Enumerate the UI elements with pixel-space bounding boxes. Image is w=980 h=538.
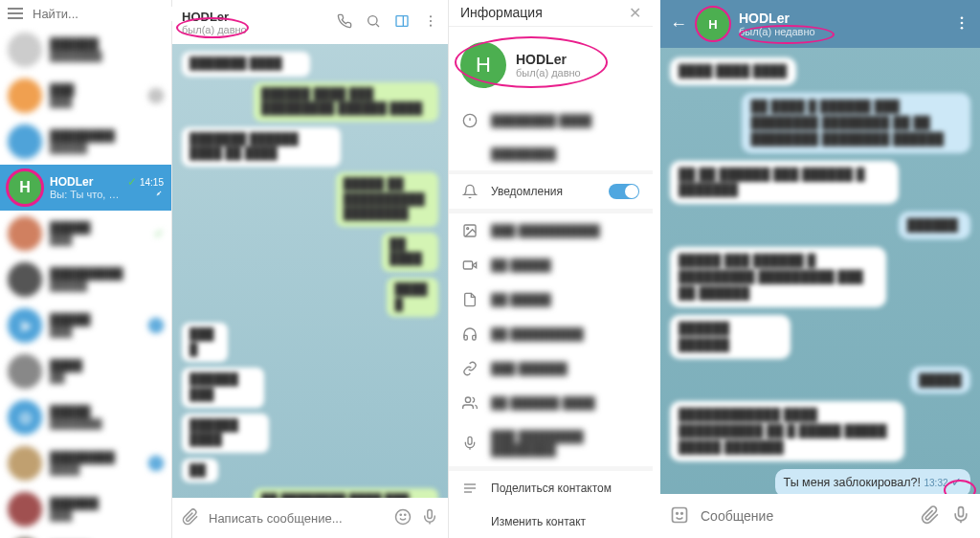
conversation-panel: HODLer был(а) давно ███████ ████ ██████ … [172,0,448,538]
svg-rect-22 [673,507,687,522]
chat-item[interactable]: ████████████• [0,440,171,486]
info-media-files[interactable]: ██ █████ [449,282,653,317]
more-icon[interactable] [423,13,438,32]
chat-item[interactable]: ⊙████████████ [0,394,171,440]
info-title: Информация [460,5,543,20]
message-out[interactable]: █████ [387,278,438,317]
emoji-icon[interactable] [394,508,412,528]
message-out[interactable]: ██ ████████ ████ ███ ██████ ███████ ██ █… [254,488,438,498]
messages: ███████ ████ ██████ ████ ███ █████████ █… [172,44,448,498]
info-media-links[interactable]: ███ ██████ [449,351,653,386]
mobile-message-in[interactable]: ██ ██ ██████ ███ ██████ █ ███████ [670,161,899,205]
info-edit-contact[interactable]: Изменить контакт [449,505,653,538]
svg-rect-15 [468,437,472,445]
call-icon[interactable] [337,13,352,32]
svg-point-19 [961,16,964,19]
info-label: Уведомления [491,185,563,198]
svg-rect-25 [959,506,964,516]
chat-item[interactable]: █████████████ [0,119,171,165]
message-in[interactable]: ███████ ██████ ████ ██ ████ [182,127,341,167]
mobile-avatar[interactable]: H [697,8,729,40]
chat-item[interactable]: ██████████████ [0,257,171,303]
chat-item[interactable]: ➤████████• [0,303,171,348]
info-profile[interactable]: H HODLer был(а) давно [449,27,653,103]
mobile-composer [660,494,980,538]
chat-item[interactable]: ██████ [0,348,171,394]
header-name: HODLer [182,10,331,24]
chat-body: HODLer Вы: Ты что, заблокиров... [50,175,120,200]
svg-point-24 [681,512,683,514]
message-out[interactable]: █████ ██ ██████████ ████████ [336,172,438,227]
mobile-message-out[interactable]: ██████ [899,212,970,239]
avatar: H [8,170,42,205]
info-username[interactable]: ████████ [449,138,653,170]
conversation-header: HODLer был(а) давно [172,0,448,44]
message-in[interactable]: ██████ ████ [182,414,269,453]
mic-icon[interactable] [421,508,438,528]
info-notifications[interactable]: Уведомления [449,174,653,209]
svg-point-23 [677,512,679,514]
svg-point-6 [396,509,411,524]
message-text: Ты меня заблокировал?! [784,476,921,489]
info-share-contact[interactable]: Поделиться контактом [449,471,653,505]
info-media-videos[interactable]: ██ █████ [449,248,653,282]
mobile-message-in[interactable]: ████████████ ████ ██████████ ██ █ █████ … [670,401,904,461]
back-icon[interactable]: ← [670,14,687,34]
chat-item-selected[interactable]: H HODLer Вы: Ты что, заблокиров... ✓ 14:… [0,165,171,211]
search-input[interactable] [33,7,193,21]
mic-icon[interactable] [951,505,970,527]
message-in[interactable]: ██ [182,459,218,483]
info-phone[interactable]: ████████ ████ [449,103,653,138]
search-icon[interactable] [366,13,381,32]
mobile-header: ← H HODLer был(а) недавно [660,0,980,48]
info-media-voice[interactable]: ███ ████████ ████████ [449,420,653,466]
toggle[interactable] [609,184,639,199]
chat-preview: Вы: Ты что, заблокиров... [50,189,120,200]
info-media-groups[interactable]: ██ ██████ ████ [449,386,653,420]
message-in[interactable]: ████ [182,323,228,362]
info-header: Информация ✕ [449,0,653,27]
more-icon[interactable] [953,14,970,34]
chat-item[interactable]: ████████✓ [0,211,171,257]
chat-time: 14:15 [140,177,164,188]
attach-icon[interactable] [182,508,199,528]
header-actions [337,13,438,32]
mobile-status: был(а) недавно [739,26,944,37]
info-avatar: H [460,42,506,88]
sidebar-icon[interactable] [394,13,410,32]
header-title-block[interactable]: HODLer был(а) давно [182,10,331,35]
mobile-message-in[interactable]: █████ ███ ██████ █ █████████ █████████ █… [670,247,886,307]
message-in[interactable]: ██████ ███ [182,368,264,407]
mobile-message-out[interactable]: █████ [910,367,970,394]
chat-item[interactable]: █████████████ [0,27,171,73]
sticker-icon[interactable] [670,505,689,527]
svg-point-12 [467,228,469,230]
mobile-message-out-last[interactable]: Ты меня заблокировал?! 13:32 ✓ [775,469,970,494]
chat-item[interactable]: ███████• [0,532,171,538]
mobile-message-in[interactable]: ██████ ██████ [670,315,791,359]
svg-rect-1 [396,15,408,26]
close-icon[interactable]: ✕ [629,4,641,22]
info-status: был(а) давно [516,67,581,78]
mobile-message-input[interactable] [701,508,909,524]
info-media-photos[interactable]: ███ ██████████ [449,213,653,248]
chatlist-panel: █████████████ ██████1 █████████████ H HO… [0,0,172,538]
mobile-message-in[interactable]: ████ ████ ████ [670,57,796,85]
message-in[interactable]: ███████ ████ [182,52,310,77]
menu-icon[interactable] [8,12,23,14]
svg-point-7 [400,514,401,515]
chat-item[interactable]: █████████ [0,486,171,532]
svg-point-4 [430,19,432,21]
message-out[interactable]: ██████ ████ ███ █████████ ██████ ████ [254,82,438,122]
info-panel: Информация ✕ H HODLer был(а) давно █████… [448,0,653,538]
header-status: был(а) давно [182,24,331,35]
chat-item[interactable]: ██████1 [0,73,171,119]
mobile-title-block[interactable]: HODLer был(а) недавно [739,11,944,37]
mobile-message-out[interactable]: ██ ████ █ ██████ ███ ████████ ████████ █… [742,93,970,153]
info-label: Изменить контакт [491,515,586,528]
chat-meta: ✓ 14:15 [127,175,164,200]
info-media-audio[interactable]: ██ █████████ [449,317,653,351]
attach-icon[interactable] [921,505,940,527]
message-out[interactable]: ██ ████ [382,233,438,272]
message-input[interactable] [209,511,385,526]
